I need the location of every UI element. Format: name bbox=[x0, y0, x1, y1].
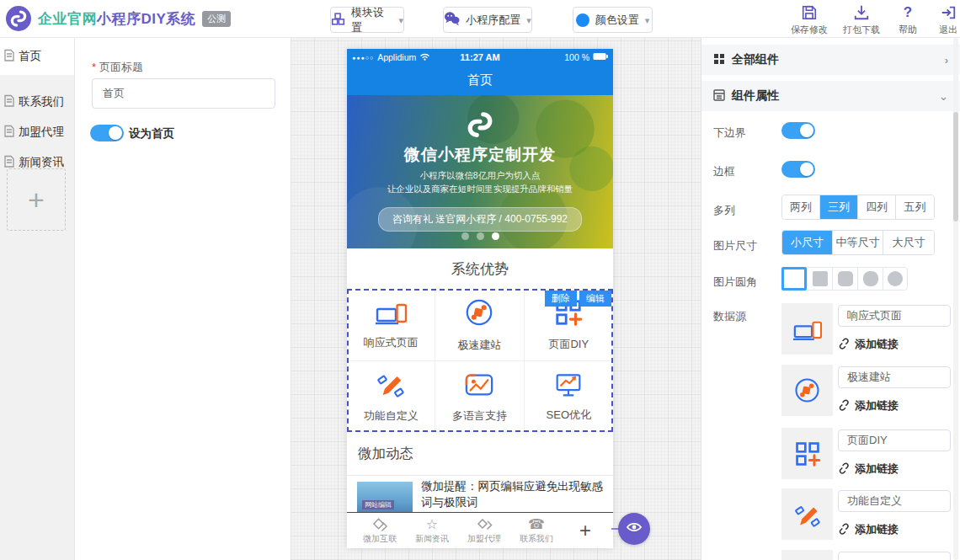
set-home-toggle[interactable] bbox=[90, 125, 124, 141]
tab-agents[interactable]: 加盟代理 bbox=[458, 517, 510, 545]
datasource-input[interactable] bbox=[838, 305, 951, 327]
page-doc-icon bbox=[3, 49, 14, 64]
download-button[interactable]: 打包下载 bbox=[835, 4, 888, 36]
grid-icon bbox=[713, 53, 725, 67]
feature-cell-responsive[interactable]: 响应式页面 bbox=[347, 289, 435, 361]
exit-icon bbox=[940, 4, 957, 21]
image-size-medium[interactable]: 中等尺寸 bbox=[833, 231, 883, 254]
carrier-label: Applidium bbox=[377, 52, 416, 62]
preview-button[interactable] bbox=[618, 513, 650, 545]
image-size-small-selected[interactable]: 小尺寸 bbox=[782, 231, 833, 254]
add-link-button[interactable]: 添加链接 bbox=[838, 461, 899, 477]
feature-label: 页面DIY bbox=[548, 337, 589, 352]
columns-option-2[interactable]: 两列 bbox=[782, 195, 820, 219]
hero-subtitle-1: 小程序以微信8亿用户为切入点 bbox=[347, 170, 613, 182]
datasource-input[interactable] bbox=[838, 490, 951, 512]
edit-component-button[interactable]: 编辑 bbox=[579, 291, 611, 307]
radius-option-circle[interactable] bbox=[883, 267, 908, 291]
hero-banner[interactable]: 微信小程序定制开发 小程序以微信8亿用户为切入点 让企业以及商家在短时间里实现提… bbox=[347, 95, 613, 248]
speed-build-icon bbox=[781, 365, 833, 416]
datasource-row-custom: 添加链接 bbox=[781, 488, 950, 540]
feature-cell-speed[interactable]: 极速建站 bbox=[435, 289, 524, 361]
columns-label: 多列 bbox=[713, 203, 735, 218]
blue-circle-icon bbox=[576, 13, 589, 27]
battery-icon bbox=[593, 52, 608, 62]
feature-cell-custom[interactable]: 功能自定义 bbox=[347, 361, 435, 432]
top-header: 企业官网小程序DIY系统 公测 模块设置 小程序配置 颜色设置 保存修改 打包下… bbox=[0, 0, 960, 38]
battery-percent: 100 % bbox=[564, 52, 589, 62]
component-props-label: 组件属性 bbox=[732, 88, 779, 104]
columns-option-3-selected[interactable]: 三列 bbox=[820, 195, 858, 219]
image-size-large[interactable]: 大尺寸 bbox=[883, 231, 934, 254]
tab-weijia[interactable]: 微加互联 bbox=[354, 517, 406, 545]
radius-option-none-selected[interactable] bbox=[781, 267, 807, 291]
radius-option-rounded[interactable] bbox=[832, 267, 857, 291]
carousel-dot[interactable] bbox=[477, 232, 484, 240]
brand: 企业官网小程序DIY系统 公测 bbox=[6, 6, 231, 31]
sidebar-item-contact[interactable]: 联系我们 bbox=[0, 87, 74, 117]
diamonds-icon bbox=[477, 517, 493, 532]
datasource-row-partial bbox=[781, 550, 950, 560]
component-props-header[interactable]: 组件属性 bbox=[701, 81, 960, 111]
add-link-button[interactable]: 添加链接 bbox=[838, 337, 899, 352]
tab-contact[interactable]: 联系我们 bbox=[510, 517, 563, 545]
chain-link-icon bbox=[838, 522, 851, 537]
feature-cell-seo[interactable]: SEO优化 bbox=[525, 361, 613, 432]
chain-link-icon bbox=[838, 461, 851, 477]
delete-component-button[interactable]: 删除 bbox=[545, 291, 577, 307]
hero-subtitle-2: 让企业以及商家在短时间里实现提升品牌和销量 bbox=[347, 184, 613, 195]
list-icon bbox=[713, 89, 725, 104]
exit-button[interactable]: 退出 bbox=[928, 4, 960, 36]
page-title-input[interactable] bbox=[92, 78, 275, 109]
news-list-item[interactable]: 网站编辑 微加提醒：网页编辑应避免出现敏感词与极限词 bbox=[347, 476, 613, 512]
help-button[interactable]: 帮助 bbox=[888, 4, 928, 36]
plus-icon bbox=[28, 184, 45, 216]
caret-down-icon bbox=[526, 13, 531, 26]
toggle-knob bbox=[800, 124, 813, 137]
news-title: 微加提醒：网页编辑应避免出现敏感词与极限词 bbox=[421, 478, 605, 510]
add-page-button[interactable] bbox=[7, 168, 66, 231]
features-component[interactable]: 删除 编辑 响应式页面 极速建站 页面DIY 功能自定义 bbox=[347, 289, 613, 432]
app-title-part2: 小程序DIY系统 bbox=[97, 11, 195, 27]
download-label: 打包下载 bbox=[843, 24, 880, 36]
tab-label: 微加互联 bbox=[363, 533, 397, 545]
miniprogram-config-button[interactable]: 小程序配置 bbox=[443, 7, 532, 33]
module-settings-button[interactable]: 模块设置 bbox=[330, 7, 404, 33]
caret-down-icon bbox=[398, 13, 403, 26]
page-doc-icon bbox=[3, 94, 14, 109]
datasource-input[interactable] bbox=[838, 429, 951, 451]
add-link-button[interactable]: 添加链接 bbox=[838, 522, 899, 537]
carousel-dots bbox=[347, 232, 613, 240]
columns-option-4[interactable]: 四列 bbox=[858, 195, 896, 219]
chain-link-icon bbox=[838, 398, 851, 413]
page-diy-icon bbox=[781, 428, 833, 479]
datasource-input[interactable] bbox=[838, 366, 951, 388]
carousel-dot[interactable] bbox=[461, 232, 469, 240]
tab-add-button[interactable] bbox=[579, 519, 591, 542]
color-settings-button[interactable]: 颜色设置 bbox=[573, 7, 653, 33]
set-home-label: 设为首页 bbox=[129, 126, 174, 141]
feature-cell-language[interactable]: 多语言支持 bbox=[435, 361, 524, 432]
add-link-button[interactable]: 添加链接 bbox=[838, 398, 899, 413]
bottom-border-toggle[interactable] bbox=[781, 122, 815, 139]
feature-label: 响应式页面 bbox=[364, 335, 419, 350]
all-components-header[interactable]: 全部组件 bbox=[701, 45, 960, 75]
hero-logo-icon bbox=[466, 110, 494, 139]
panel-scrollbar-thumb[interactable] bbox=[953, 112, 958, 221]
radius-option-slight[interactable] bbox=[807, 267, 832, 291]
tags-icon bbox=[372, 517, 388, 532]
radius-option-more-rounded[interactable] bbox=[857, 267, 883, 291]
phone-icon bbox=[528, 517, 545, 532]
columns-option-5[interactable]: 五列 bbox=[896, 195, 934, 219]
star-icon bbox=[426, 517, 438, 532]
tab-news[interactable]: 新闻资讯 bbox=[406, 517, 458, 545]
hero-cta-button[interactable]: 咨询有礼 送官网小程序 / 400-0755-992 bbox=[378, 207, 582, 232]
save-button[interactable]: 保存修改 bbox=[783, 4, 835, 36]
carousel-dot-active[interactable] bbox=[492, 232, 499, 240]
border-toggle[interactable] bbox=[781, 161, 815, 178]
sidebar-item-agents[interactable]: 加盟代理 bbox=[0, 117, 74, 147]
sidebar-item-home[interactable]: 首页 bbox=[0, 38, 74, 75]
add-link-label: 添加链接 bbox=[855, 461, 899, 477]
datasource-input[interactable] bbox=[838, 552, 951, 560]
toggle-knob bbox=[800, 163, 813, 176]
